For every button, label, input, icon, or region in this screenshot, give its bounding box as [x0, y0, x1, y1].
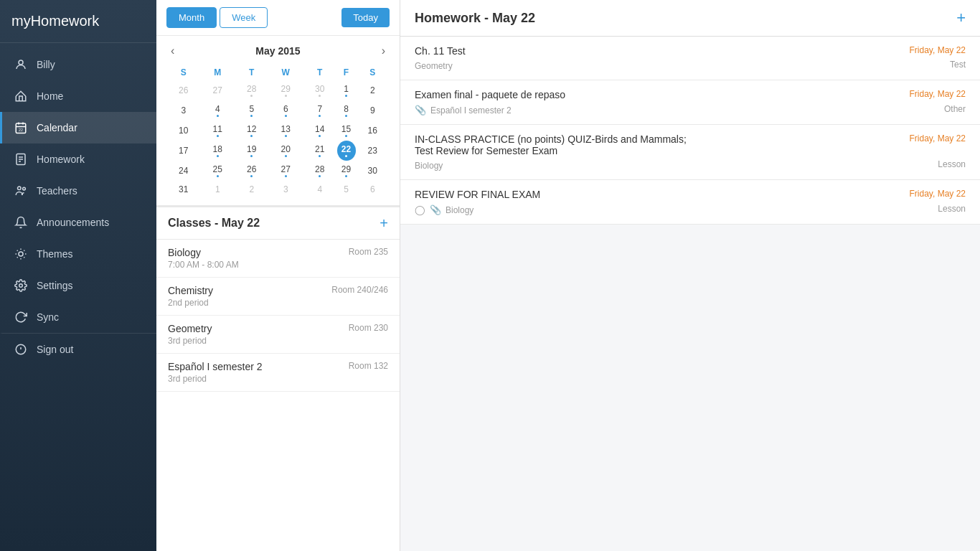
calendar-day-cell[interactable]: 27: [201, 80, 235, 100]
homework-item[interactable]: REVIEW FOR FINAL EXAM Friday, May 22 ◯📎 …: [400, 180, 980, 225]
person-icon: [14, 57, 28, 72]
class-item[interactable]: Biology 7:00 AM - 8:00 AM Room 235: [156, 240, 400, 278]
calendar-day-cell[interactable]: 6: [356, 181, 390, 198]
calendar-day-cell[interactable]: 26: [235, 161, 269, 181]
calendar-day-cell[interactable]: 9: [356, 100, 390, 121]
mini-calendar: ‹ May 2015 › SMTWTFS 2627282930123456789…: [156, 36, 400, 205]
calendar-day-cell[interactable]: 10: [166, 121, 201, 141]
class-room: Room 230: [349, 323, 388, 333]
calendar-day-cell[interactable]: 26: [166, 80, 201, 100]
class-room: Room 240/246: [331, 285, 388, 295]
homework-item[interactable]: Ch. 11 Test Friday, May 22 Geometry Test: [400, 37, 980, 80]
sidebar-nav: Billy Home 22 Calendar Homework: [0, 43, 156, 551]
class-room: Room 235: [349, 247, 388, 257]
calendar-day-cell[interactable]: 23: [356, 141, 390, 161]
svg-point-0: [19, 60, 23, 65]
logo-light: Homework: [31, 13, 100, 29]
svg-text:22: 22: [19, 128, 23, 132]
classes-title: Classes - May 22: [168, 217, 260, 230]
calendar-day-cell[interactable]: 1: [337, 80, 356, 100]
homework-icon: [14, 152, 28, 166]
calendar-day-cell[interactable]: 6: [269, 100, 303, 121]
calendar-day-cell[interactable]: 18: [201, 141, 235, 161]
homework-item-subject: Español I semester 2: [430, 105, 512, 116]
homework-item-date: Friday, May 22: [910, 89, 966, 99]
calendar-day-cell[interactable]: 2: [235, 181, 269, 198]
calendar-day-cell[interactable]: 29: [269, 80, 303, 100]
calendar-day-cell[interactable]: 4: [201, 100, 235, 121]
calendar-day-cell[interactable]: 5: [337, 181, 356, 198]
gear-icon: [14, 278, 28, 293]
calendar-day-header: T: [303, 65, 337, 80]
calendar-header: Month Week Today: [156, 0, 400, 36]
calendar-day-cell[interactable]: 25: [201, 161, 235, 181]
homework-item-title: REVIEW FOR FINAL EXAM: [415, 189, 910, 200]
sidebar-item-signout[interactable]: Sign out: [0, 333, 156, 365]
today-button[interactable]: Today: [341, 8, 390, 27]
calendar-day-cell[interactable]: 30: [303, 80, 337, 100]
sidebar-item-themes[interactable]: Themes: [0, 238, 156, 270]
calendar-day-cell[interactable]: 1: [201, 181, 235, 198]
class-item[interactable]: Chemistry 2nd period Room 240/246: [156, 278, 400, 316]
class-name: Español I semester 2: [168, 361, 263, 372]
calendar-day-cell[interactable]: 7: [303, 100, 337, 121]
calendar-day-cell[interactable]: 22: [337, 141, 356, 161]
calendar-month-title: May 2015: [179, 45, 377, 57]
calendar-day-cell[interactable]: 3: [269, 181, 303, 198]
calendar-day-cell[interactable]: 16: [356, 121, 390, 141]
month-view-button[interactable]: Month: [166, 7, 217, 28]
calendar-day-cell[interactable]: 13: [269, 121, 303, 141]
calendar-day-cell[interactable]: 27: [269, 161, 303, 181]
sidebar-item-billy[interactable]: Billy: [0, 49, 156, 80]
sync-icon: [14, 310, 28, 324]
sidebar: myHomework Billy Home 22 Calendar: [0, 0, 156, 551]
sidebar-item-homework[interactable]: Homework: [0, 143, 156, 175]
calendar-day-cell[interactable]: 3: [166, 100, 201, 121]
sidebar-item-settings[interactable]: Settings: [0, 270, 156, 301]
next-month-button[interactable]: ›: [377, 43, 390, 59]
calendar-day-cell[interactable]: 5: [235, 100, 269, 121]
homework-item[interactable]: IN-CLASS PRACTICE (no points) QUIZ-Birds…: [400, 125, 980, 180]
calendar-day-cell[interactable]: 20: [269, 141, 303, 161]
calendar-day-cell[interactable]: 15: [337, 121, 356, 141]
signout-icon: [14, 342, 28, 357]
calendar-day-cell[interactable]: 2: [356, 80, 390, 100]
calendar-day-cell[interactable]: 11: [201, 121, 235, 141]
themes-icon: [14, 247, 28, 261]
calendar-day-cell[interactable]: 28: [303, 161, 337, 181]
sidebar-item-teachers[interactable]: Teachers: [0, 175, 156, 207]
calendar-day-cell[interactable]: 4: [303, 181, 337, 198]
class-item[interactable]: Geometry 3rd period Room 230: [156, 316, 400, 354]
calendar-day-cell[interactable]: 8: [337, 100, 356, 121]
class-room: Room 132: [349, 361, 388, 371]
svg-point-10: [18, 187, 22, 190]
sidebar-item-home[interactable]: Home: [0, 80, 156, 112]
class-detail: 3rd period: [168, 336, 212, 346]
calendar-icon: 22: [14, 121, 28, 135]
calendar-day-cell[interactable]: 24: [166, 161, 201, 181]
calendar-day-cell[interactable]: 28: [235, 80, 269, 100]
classes-header: Classes - May 22 +: [156, 207, 400, 240]
sidebar-item-sync[interactable]: Sync: [0, 301, 156, 333]
prev-month-button[interactable]: ‹: [166, 43, 179, 59]
add-class-button[interactable]: +: [380, 216, 388, 230]
homework-item[interactable]: Examen final - paquete de repaso Friday,…: [400, 80, 980, 125]
add-homework-button[interactable]: +: [956, 9, 966, 27]
week-view-button[interactable]: Week: [220, 7, 268, 28]
sidebar-item-announcements[interactable]: Announcements: [0, 207, 156, 238]
calendar-day-cell[interactable]: 21: [303, 141, 337, 161]
attachment-icon: 📎: [430, 204, 441, 215]
calendar-day-cell[interactable]: 17: [166, 141, 201, 161]
homework-item-type: Other: [944, 104, 966, 114]
calendar-day-cell[interactable]: 14: [303, 121, 337, 141]
class-item[interactable]: Español I semester 2 3rd period Room 132: [156, 354, 400, 392]
calendar-day-cell[interactable]: 19: [235, 141, 269, 161]
sidebar-item-calendar[interactable]: 22 Calendar: [0, 112, 156, 143]
calendar-day-cell[interactable]: 29: [337, 161, 356, 181]
calendar-day-cell[interactable]: 12: [235, 121, 269, 141]
calendar-day-cell[interactable]: 31: [166, 181, 201, 198]
calendar-day-header: F: [337, 65, 356, 80]
calendar-day-cell[interactable]: 30: [356, 161, 390, 181]
timer-icon: ◯: [415, 204, 425, 215]
class-name: Biology: [168, 247, 239, 258]
